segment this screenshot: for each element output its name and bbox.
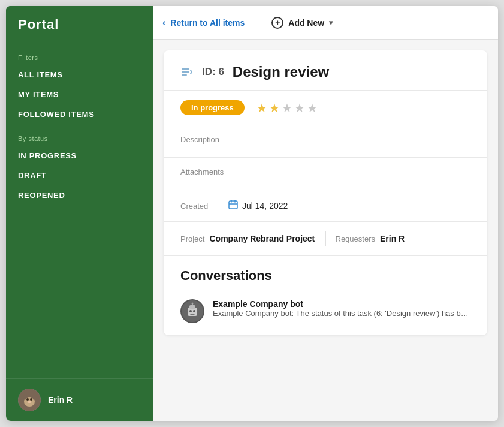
requesters-item: Requesters Erin R — [336, 234, 471, 243]
avatar — [18, 389, 41, 411]
project-value: Company Rebrand Project — [209, 234, 315, 243]
meta-row: Project Company Rebrand Project Requeste… — [164, 222, 487, 256]
conversations-title: Conversations — [180, 268, 470, 284]
description-row: Description — [164, 125, 487, 158]
task-id-icon — [180, 65, 194, 79]
attachments-label: Attachments — [180, 167, 470, 176]
requesters-value: Erin R — [380, 234, 405, 243]
attachments-row: Attachments — [164, 158, 487, 190]
sidebar-item-followed-items[interactable]: FOLLOWED ITEMS — [6, 104, 153, 124]
sidebar-username: Erin R — [48, 395, 73, 405]
status-badge: In progress — [180, 100, 245, 115]
star-5: ★ — [307, 101, 318, 115]
filters-label: Filters — [6, 43, 153, 65]
svg-point-5 — [26, 398, 29, 401]
topbar: ‹ Return to All items + Add New ▾ — [153, 6, 498, 40]
svg-rect-17 — [189, 305, 195, 309]
meta-divider — [325, 231, 326, 246]
sidebar-item-all-items[interactable]: ALL ITEMS — [6, 65, 153, 85]
created-date-value: Jul 14, 2022 — [242, 201, 288, 211]
star-2: ★ — [269, 101, 280, 115]
star-1: ★ — [256, 101, 267, 115]
task-title: Design review — [233, 64, 329, 80]
conversation-item: Example Company bot Example Company bot:… — [180, 293, 470, 329]
requesters-label: Requesters — [336, 234, 375, 243]
created-row: Created Jul 14, 2022 — [164, 190, 487, 222]
star-4: ★ — [294, 101, 305, 115]
back-button[interactable]: ‹ Return to All items — [153, 6, 259, 39]
plus-icon: + — [271, 17, 283, 29]
svg-rect-11 — [229, 201, 237, 209]
svg-rect-16 — [188, 308, 197, 316]
svg-point-7 — [28, 401, 31, 403]
by-status-label: By status — [6, 124, 153, 146]
created-date: Jul 14, 2022 — [228, 200, 288, 212]
sidebar-user[interactable]: Erin R — [6, 378, 153, 421]
content-area: ID: 6 Design review In progress ★ ★ ★ ★ … — [153, 40, 498, 421]
main-content: ‹ Return to All items + Add New ▾ — [153, 6, 498, 421]
star-3: ★ — [282, 101, 292, 115]
convo-content: Example Company bot Example Company bot:… — [213, 299, 470, 318]
project-item: Project Company Rebrand Project — [180, 234, 316, 243]
conversations-section: Conversations — [164, 256, 487, 335]
bot-avatar — [180, 299, 204, 323]
svg-point-22 — [192, 303, 194, 305]
sidebar: Portal Filters ALL ITEMS MY ITEMS FOLLOW… — [6, 6, 153, 421]
card-header: ID: 6 Design review — [164, 50, 487, 91]
svg-point-19 — [193, 310, 195, 312]
task-card: ID: 6 Design review In progress ★ ★ ★ ★ … — [164, 50, 487, 335]
project-label: Project — [180, 234, 204, 243]
status-row: In progress ★ ★ ★ ★ ★ — [164, 91, 487, 125]
back-label: Return to All items — [170, 18, 245, 28]
add-new-button[interactable]: + Add New ▾ — [259, 6, 345, 39]
description-label: Description — [180, 135, 470, 144]
sidebar-logo: Portal — [6, 6, 153, 43]
svg-point-18 — [189, 310, 192, 312]
sidebar-item-reopened[interactable]: REOPENED — [6, 185, 153, 205]
task-id: ID: 6 — [202, 66, 224, 78]
created-label: Created — [180, 202, 222, 211]
calendar-icon — [228, 200, 238, 212]
chevron-down-icon: ▾ — [329, 19, 333, 27]
svg-point-6 — [30, 398, 32, 401]
sidebar-item-draft[interactable]: DRAFT — [6, 166, 153, 185]
sidebar-item-my-items[interactable]: MY ITEMS — [6, 85, 153, 104]
chevron-left-icon: ‹ — [162, 17, 165, 28]
add-new-label: Add New — [288, 18, 324, 28]
sidebar-item-in-progress[interactable]: IN PROGRESS — [6, 146, 153, 166]
bot-name: Example Company bot — [213, 299, 470, 309]
bot-message: Example Company bot: The status of this … — [213, 309, 470, 318]
star-rating[interactable]: ★ ★ ★ ★ ★ — [256, 101, 318, 115]
